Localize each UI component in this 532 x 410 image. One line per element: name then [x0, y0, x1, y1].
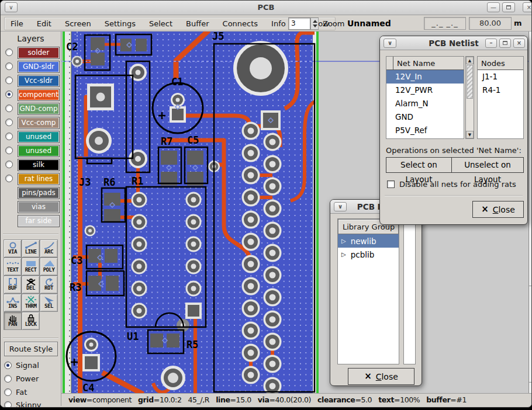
net-item-gnd[interactable]: GND [386, 110, 464, 124]
disable-rats-checkbox[interactable] [387, 180, 395, 188]
select-on-layout-button[interactable]: Select on Layout [386, 157, 452, 173]
menu-connects[interactable]: Connects [223, 19, 258, 28]
library-item-newlib[interactable]: ▷newlib [338, 234, 399, 248]
close-icon: × [517, 40, 521, 46]
layer-button-component[interactable]: component [18, 89, 60, 101]
nodes-header[interactable]: Nodes [478, 57, 523, 70]
layer-radio-rat-lines[interactable] [5, 175, 13, 182]
net-name-list: Net Name 12V_In 12V_PWR Alarm_N GND P5V_… [386, 56, 464, 139]
menu-file[interactable]: File [11, 19, 23, 28]
net-name-header[interactable]: Net Name [393, 57, 464, 70]
net-item-12v-pwr[interactable]: 12V_PWR [386, 84, 464, 97]
menu-settings[interactable]: Settings [105, 19, 136, 28]
hand-icon [6, 314, 20, 322]
node-item-r4-1[interactable]: R4-1 [478, 84, 523, 97]
library-item-pcblib[interactable]: ▷pcblib [338, 248, 399, 261]
close-button[interactable]: × [523, 2, 532, 12]
netlist-close-button[interactable]: × [513, 39, 525, 48]
layer-button-vcc-sldr[interactable]: Vcc-sldr [18, 75, 60, 87]
zoom-spinner-arrows[interactable] [310, 18, 319, 30]
layer-radio-vcc-comp[interactable] [5, 119, 13, 126]
tool-rect[interactable]: RECT [22, 258, 40, 276]
layer-radio-gnd-sldr[interactable] [5, 62, 13, 70]
layers-title: Layers [1, 32, 61, 43]
netlist-maximize-button[interactable] [499, 39, 511, 48]
route-radio-skinny[interactable] [4, 401, 12, 408]
zoom-spinbox[interactable]: 3 [288, 18, 310, 30]
poly-icon [42, 259, 56, 267]
route-style-button[interactable]: Route Style [4, 342, 58, 356]
layer-radio-vcc-sldr[interactable] [5, 77, 13, 84]
net-item-p5v-ref[interactable]: P5V_Ref [386, 124, 464, 137]
menu-buffer[interactable]: Buffer [186, 19, 209, 28]
svg-text:U1: U1 [127, 331, 139, 342]
net-item-alarm-n[interactable]: Alarm_N [386, 97, 464, 110]
net-list-scrollbar[interactable]: ▲ ▼ [465, 56, 474, 139]
layer-button-unused1[interactable]: unused [18, 131, 60, 143]
layer-button-silk[interactable]: silk [18, 159, 60, 171]
layer-button-solder[interactable]: solder [18, 47, 60, 59]
tool-thrm[interactable]: THRM [22, 294, 40, 312]
tool-rot[interactable]: ROT [40, 276, 58, 294]
arc-icon [42, 241, 56, 249]
expand-triangle-icon[interactable]: ▷ [341, 235, 346, 248]
layer-radio-solder[interactable] [5, 48, 13, 56]
menu-screen[interactable]: Screen [65, 19, 91, 28]
route-radio-power[interactable] [4, 375, 12, 383]
route-radio-fat[interactable] [4, 388, 12, 396]
canvas-vertical-scrollbar[interactable] [528, 32, 532, 393]
buffer-icon [6, 277, 20, 286]
tool-via[interactable]: VIA [4, 239, 22, 258]
layer-button-rat-lines[interactable]: rat lines [18, 173, 60, 185]
tool-text[interactable]: TEXT [4, 258, 22, 276]
select-arrow-icon [42, 296, 56, 304]
tool-line[interactable]: LINE [22, 239, 40, 258]
scroll-up-icon[interactable]: ▲ [466, 57, 474, 64]
minimize-button[interactable]: — [487, 2, 500, 12]
scrollbar-thumb[interactable] [467, 65, 473, 99]
layer-button-unused2[interactable]: unused [18, 145, 60, 157]
route-radio-signal[interactable] [4, 362, 12, 369]
menu-select[interactable]: Select [149, 19, 172, 28]
layer-radio-silk[interactable] [5, 161, 13, 168]
pcb-netlist-dialog: ∨ PCB Netlist – × Net Name 12V_In 12V_PW… [379, 36, 528, 225]
tool-lock[interactable]: LOCK [22, 312, 40, 330]
library-close-dialog-button[interactable]: ×Close [348, 368, 414, 385]
tool-pan[interactable]: PAN [4, 312, 22, 330]
maximize-button[interactable] [502, 2, 515, 12]
netlist-close-dialog-button[interactable]: ×Close [472, 201, 524, 218]
svg-text:R5: R5 [186, 339, 198, 350]
tool-del[interactable]: DEL [22, 276, 40, 294]
tool-buf[interactable]: BUF [4, 276, 22, 294]
layer-radio-component[interactable] [5, 91, 13, 98]
menu-info[interactable]: Info [271, 19, 286, 28]
tool-arc[interactable]: ARC [40, 239, 58, 258]
net-item-12v-in[interactable]: 12V_In [386, 70, 464, 84]
scroll-down-icon[interactable]: ▼ [466, 131, 474, 138]
layer-radio-gnd-comp[interactable] [5, 105, 13, 112]
rotate-icon [42, 277, 56, 286]
tool-poly[interactable]: POLY [40, 258, 58, 276]
status-angle-mode: 45_/,R [188, 395, 210, 404]
node-item-j1-1[interactable]: J1-1 [478, 70, 523, 84]
layer-row-pins-pads: pins/pads [1, 186, 61, 200]
svg-text:C3: C3 [71, 255, 82, 266]
zoom-label: Zoom [323, 19, 344, 28]
tool-ins[interactable]: INS [4, 294, 22, 312]
net-header-stub [386, 57, 393, 70]
expand-triangle-icon[interactable]: ▷ [341, 248, 346, 261]
layer-button-gnd-comp[interactable]: GND-comp [18, 103, 60, 115]
layer-radio-unused2[interactable] [5, 147, 13, 154]
netlist-minimize-button[interactable]: – [485, 39, 497, 48]
layer-button-gnd-sldr[interactable]: GND-sldr [18, 61, 60, 73]
tool-sel[interactable]: SEL [40, 294, 58, 312]
layer-button-vias[interactable]: vias [18, 201, 60, 213]
unselect-on-layout-button[interactable]: Unselect on Layout [451, 157, 524, 173]
svg-text:R3: R3 [70, 282, 81, 293]
layer-radio-unused1[interactable] [5, 133, 13, 140]
layer-row-unused2: unused [1, 144, 61, 158]
layer-button-pins-pads[interactable]: pins/pads [18, 187, 60, 199]
layer-button-far-side[interactable]: far side [18, 215, 60, 227]
layer-button-vcc-comp[interactable]: Vcc-comp [18, 117, 60, 129]
menu-edit[interactable]: Edit [37, 19, 51, 28]
